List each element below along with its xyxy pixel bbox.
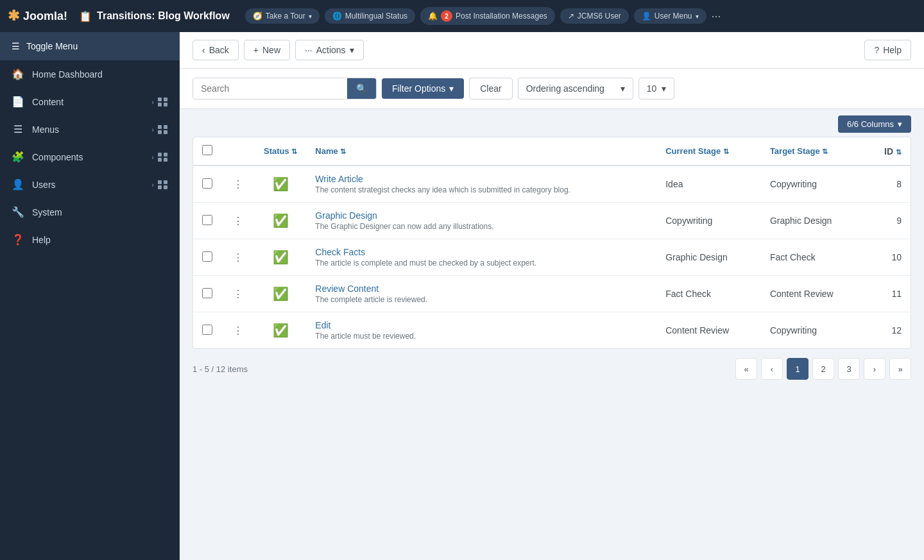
multilingual-status-button[interactable]: 🌐 Multilingual Status [325,8,415,24]
actions-button[interactable]: ··· Actions ▾ [295,40,364,60]
row-name-link[interactable]: Edit [315,320,330,330]
row-checkbox[interactable] [202,325,212,335]
more-options-button[interactable]: ··· [712,10,721,23]
row-name-cell: Write Article The content strategist che… [306,165,656,203]
next-page-button[interactable]: › [864,358,886,380]
row-name-link[interactable]: Graphic Design [315,210,377,221]
published-icon[interactable]: ✅ [273,250,289,264]
row-actions-button[interactable]: ⋮ [230,178,246,191]
grid-icon [158,153,168,162]
help-button[interactable]: ? Help [864,40,911,60]
last-page-button[interactable]: » [889,358,911,380]
take-a-tour-button[interactable]: 🧭 Take a Tour ▾ [245,8,320,24]
name-header[interactable]: Name ⇅ [306,137,656,165]
page-2-button[interactable]: 2 [812,358,834,380]
components-icon: 🧩 [12,151,24,163]
row-name-cell: Graphic Design The Graphic Designer can … [306,203,656,239]
status-header[interactable]: Status ⇅ [255,137,306,165]
row-name-cell: Check Facts The article is complete and … [306,239,656,276]
filter-options-button[interactable]: Filter Options ▾ [382,78,464,99]
sidebar-item-components[interactable]: 🧩 Components › [0,143,180,171]
sidebar-item-help[interactable]: ❓ Help [0,226,180,253]
row-actions-button[interactable]: ⋮ [230,288,246,300]
sidebar-item-menus[interactable]: ☰ Menus › [0,115,180,143]
search-icon: 🔍 [356,83,367,94]
columns-button[interactable]: 6/6 Columns ▾ [838,115,911,133]
published-icon[interactable]: ✅ [273,287,289,301]
row-checkbox[interactable] [202,178,212,189]
sort-icon: ⇅ [896,148,902,156]
sidebar-item-home-dashboard[interactable]: 🏠 Home Dashboard [0,60,180,88]
system-icon: 🔧 [12,206,24,218]
target-stage-header[interactable]: Target Stage ⇅ [761,137,866,165]
content-area: 6/6 Columns ▾ Status ⇅ [180,109,924,393]
home-icon: 🏠 [12,68,24,80]
page-1-button[interactable]: 1 [787,358,809,380]
select-all-checkbox[interactable] [202,145,212,155]
toggle-menu-label: Toggle Menu [26,41,78,51]
row-status-cell: ✅ [255,312,306,349]
search-input[interactable] [193,78,347,99]
row-description: The content strategist checks any idea w… [315,185,647,194]
toggle-menu-icon: ☰ [12,41,20,51]
row-name-link[interactable]: Write Article [315,174,363,184]
row-description: The article is complete and must be chec… [315,259,647,267]
row-description: The article must be reviewed. [315,332,647,341]
jcms-user-button[interactable]: ↗ JCMS6 User [560,8,629,24]
table-row: ⋮ ✅ Graphic Design The Graphic Designer … [193,203,911,239]
id-header[interactable]: ID ⇅ [866,137,911,165]
row-checkbox-cell [193,203,221,239]
per-page-select[interactable]: 10 ▾ [638,78,675,99]
chevron-down-icon: ▾ [620,83,625,94]
sidebar-item-menus-label: Menus [32,124,59,135]
page-3-button[interactable]: 3 [838,358,860,380]
joomla-star-icon: ✱ [8,8,19,24]
row-name-link[interactable]: Check Facts [315,247,365,257]
row-current-stage: Fact Check [656,276,761,312]
first-page-button[interactable]: « [735,358,757,380]
current-stage-header[interactable]: Current Stage ⇅ [656,137,761,165]
grid-icon [158,180,168,189]
toggle-menu-button[interactable]: ☰ Home Dashboard Toggle Menu [0,32,180,60]
row-actions-button[interactable]: ⋮ [230,251,246,264]
row-id: 10 [866,239,911,276]
chevron-down-icon: ▾ [350,45,354,55]
search-button[interactable]: 🔍 [347,78,376,99]
published-icon[interactable]: ✅ [273,177,289,191]
sidebar-item-users-label: Users [32,180,56,190]
ordering-select[interactable]: Ordering ascending ▾ [518,78,633,99]
sidebar-item-users[interactable]: 👤 Users › [0,171,180,198]
help-icon: ❓ [12,233,24,246]
chevron-right-icon: › [151,181,154,189]
new-button[interactable]: + New [244,40,290,60]
logo: ✱ Joomla! [8,8,67,24]
back-button[interactable]: ‹ Back [193,40,239,60]
published-icon[interactable]: ✅ [273,214,289,228]
published-icon[interactable]: ✅ [273,323,289,337]
content-icon: 📄 [12,96,24,108]
chevron-down-icon: ▾ [309,13,312,20]
row-checkbox[interactable] [202,288,212,298]
pagination: 1 - 5 / 12 items « ‹ 1 2 3 › » [193,349,911,380]
row-actions-button[interactable]: ⋮ [230,215,246,227]
bell-icon: 🔔 [428,12,438,21]
clear-button[interactable]: Clear [469,78,512,99]
row-name-link[interactable]: Review Content [315,284,379,294]
sort-icon: ⇅ [723,148,729,155]
sidebar-item-content[interactable]: 📄 Content › [0,88,180,115]
row-status-cell: ✅ [255,165,306,203]
sidebar-item-system[interactable]: 🔧 System [0,198,180,226]
row-actions-button[interactable]: ⋮ [230,325,246,337]
chevron-down-icon: ▾ [898,119,902,129]
user-menu-button[interactable]: 👤 User Menu ▾ [634,8,706,24]
pagination-info: 1 - 5 / 12 items [193,364,248,374]
row-current-stage: Content Review [656,312,761,349]
row-current-stage: Idea [656,165,761,203]
row-target-stage: Copywriting [761,165,866,203]
row-checkbox[interactable] [202,251,212,262]
prev-page-button[interactable]: ‹ [761,358,783,380]
chevron-right-icon: › [151,126,154,133]
notifications-button[interactable]: 🔔 2 Post Installation Messages [420,7,555,25]
row-checkbox[interactable] [202,215,212,225]
chevron-down-icon: ▾ [696,13,699,20]
